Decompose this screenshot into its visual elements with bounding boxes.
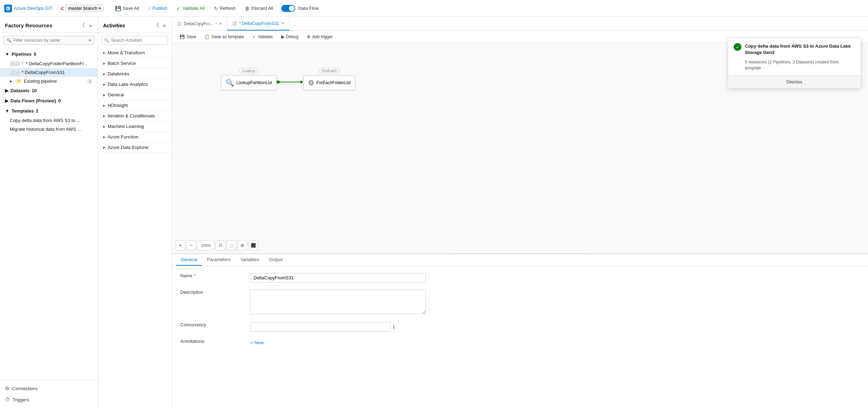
grid-view-button[interactable]: ⊞: [237, 240, 247, 250]
canvas-add-trigger-button[interactable]: ⊕ Add trigger: [303, 33, 336, 41]
brand-label: Azure DevOps GIT: [14, 6, 53, 11]
add-resource-button[interactable]: +: [88, 37, 92, 43]
publish-button[interactable]: ↑ Publish: [144, 4, 172, 13]
datasets-section[interactable]: ▶ Datasets 10: [0, 86, 98, 96]
canvas-save-button[interactable]: 💾 Save: [176, 33, 200, 41]
template-item-2[interactable]: Migrate historical data from AWS ...: [0, 125, 98, 134]
branch-label: master branch: [68, 6, 97, 11]
select-mode-icon: ⬚: [230, 243, 234, 248]
canvas-debug-button[interactable]: ▶ Debug: [278, 33, 302, 41]
activities-expand-icon[interactable]: »: [162, 21, 167, 30]
refresh-label: Refresh: [220, 6, 236, 11]
refresh-button[interactable]: ↻ Refresh: [210, 4, 240, 13]
foreach-node-inner: ⚙ ForEachFolderList: [308, 79, 351, 87]
zoom-plus-icon: +: [179, 242, 182, 249]
zoom-percent-button[interactable]: 100%: [197, 240, 215, 250]
activity-group-iteration-conditionals[interactable]: ▶ Iteration & Conditionals: [98, 111, 171, 121]
toggle-label: Data Flow: [298, 6, 319, 11]
canvas-validate-label: Validate: [258, 34, 272, 39]
name-input[interactable]: [250, 273, 426, 283]
node-connector: [277, 80, 303, 84]
dataflows-count: 0: [58, 98, 61, 103]
notification-toast: ✓ Copy delta data from AWS S3 to Azure D…: [728, 38, 861, 88]
pipeline-item-2[interactable]: ⬜⬜ * DeltaCopyFromS31: [0, 68, 98, 77]
pipeline-tab-1[interactable]: ⬜ DeltaCopyFro... * ✕: [172, 17, 227, 30]
tab-variables[interactable]: Variables: [235, 254, 264, 266]
refresh-icon: ↻: [214, 6, 218, 11]
templates-section[interactable]: ▼ Templates 2: [0, 106, 98, 116]
brand-logo[interactable]: A Azure DevOps GIT: [4, 5, 53, 12]
screenshot-button[interactable]: ⬛: [248, 240, 258, 250]
canvas-save-template-icon: 📋: [204, 34, 210, 39]
concurrency-input[interactable]: [250, 322, 391, 332]
datasets-count: 10: [32, 88, 36, 93]
activity-group-machine-learning[interactable]: ▶ Machine Learning: [98, 121, 171, 132]
foreach-node[interactable]: ⚙ ForEachFolderList: [303, 75, 355, 90]
tab1-close[interactable]: ✕: [219, 21, 222, 26]
canvas-add-trigger-label: Add trigger: [312, 34, 333, 39]
grid-view-icon: ⊞: [241, 243, 244, 248]
triggers-item[interactable]: ⏱ Triggers: [0, 394, 98, 405]
canvas-validate-button[interactable]: ✓ Validate: [249, 33, 276, 41]
activity-group-batch-service[interactable]: ▶ Batch Service: [98, 58, 171, 69]
activity-group-azure-data-explorer[interactable]: ▶ Azure Data Explorer: [98, 142, 171, 153]
tab2-close[interactable]: ✕: [281, 21, 284, 26]
tab-parameters[interactable]: Parameters: [202, 254, 235, 266]
pipeline-canvas[interactable]: Lookup 🔍 LookupPartitionList: [172, 43, 868, 408]
activity-group-move-transform[interactable]: ▶ Move & Transform: [98, 48, 171, 58]
concurrency-label: Concurrency: [180, 320, 206, 327]
zoom-minus-button[interactable]: −: [186, 240, 196, 250]
pipelines-section[interactable]: ▼ Pipelines 5: [0, 49, 98, 59]
zoom-plus-button[interactable]: +: [175, 240, 185, 250]
activities-search-container: 🔍: [102, 36, 168, 45]
resource-search-icon: 🔍: [6, 38, 12, 43]
activities-search-input[interactable]: [102, 36, 168, 45]
activity-group-databricks[interactable]: ▶ Databricks: [98, 69, 171, 79]
sidebar-bottom: ⚙ Connections ⏱ Triggers: [0, 380, 98, 408]
sidebar-collapse-icon[interactable]: 《: [79, 21, 86, 30]
sidebar-expand-icon[interactable]: »: [88, 22, 93, 29]
template2-label: Migrate historical data from AWS ...: [10, 127, 81, 132]
validate-all-icon: ✓: [176, 6, 181, 11]
tab-output[interactable]: Output: [264, 254, 288, 266]
toast-check-icon: ✓: [734, 43, 741, 51]
canvas-area: ⬜ DeltaCopyFro... * ✕ ⬜ * DeltaCopyFromS…: [172, 17, 868, 408]
fit-view-icon: ⊡: [219, 243, 222, 248]
annotations-label: Annotations: [180, 336, 204, 344]
tab-general-label: General: [181, 257, 197, 262]
activity-group-data-lake-analytics[interactable]: ▶ Data Lake Analytics: [98, 79, 171, 90]
lookup-node[interactable]: 🔍 LookupPartitionList: [221, 75, 277, 90]
dataflows-section[interactable]: ▶ Data Flows (Preview) 0: [0, 96, 98, 106]
toast-dismiss-button[interactable]: Dismiss: [728, 75, 861, 88]
name-label: Name *: [180, 271, 195, 278]
activity-group-hdinsight[interactable]: ▶ HDInsight: [98, 100, 171, 111]
branch-selector[interactable]: master branch ▾: [65, 4, 103, 12]
activities-collapse-icon[interactable]: 《: [153, 21, 160, 30]
save-all-button[interactable]: 💾 Save All: [111, 4, 143, 13]
dataflows-label: Data Flows (Preview): [11, 98, 56, 103]
foreach-node-type-label: ForEach: [319, 68, 340, 74]
pipeline-tab-2[interactable]: ⬜ * DeltaCopyFromS31 ✕: [227, 17, 289, 30]
canvas-save-template-button[interactable]: 📋 Save as template: [201, 33, 248, 41]
validate-all-button[interactable]: ✓ Validate All: [172, 4, 209, 13]
tab2-icon: ⬜: [232, 21, 237, 26]
select-mode-button[interactable]: ⬚: [227, 240, 236, 250]
sidebar-header-icons: 《 »: [79, 21, 93, 30]
pipeline-item-1[interactable]: ⬜⬜ * * DeltaCopyFolderPartitionFr...: [0, 59, 98, 68]
existing-pipeline-section[interactable]: ▶ 📁 Existing pipeline 3: [0, 77, 98, 86]
resource-search-container: 🔍 +: [4, 36, 94, 45]
save-all-label: Save All: [123, 6, 139, 11]
resource-search-input[interactable]: [4, 36, 94, 45]
bottom-content: Name * Description: [172, 266, 868, 354]
pipeline1-label: * DeltaCopyFolderPartitionFr...: [26, 61, 87, 66]
activity-group-azure-function[interactable]: ▶ Azure Function: [98, 132, 171, 142]
tab-general[interactable]: General: [176, 254, 202, 266]
description-input[interactable]: [250, 290, 426, 314]
template-item-1[interactable]: Copy delta data from AWS S3 to ...: [0, 116, 98, 125]
data-flow-toggle[interactable]: [281, 5, 295, 12]
discard-all-button[interactable]: 🗑 Discard All: [241, 4, 277, 13]
activity-group-general[interactable]: ▶ General: [98, 90, 171, 100]
connections-item[interactable]: ⚙ Connections: [0, 383, 98, 394]
annotations-new-button[interactable]: + New: [250, 339, 264, 347]
fit-view-button[interactable]: ⊡: [216, 240, 226, 250]
